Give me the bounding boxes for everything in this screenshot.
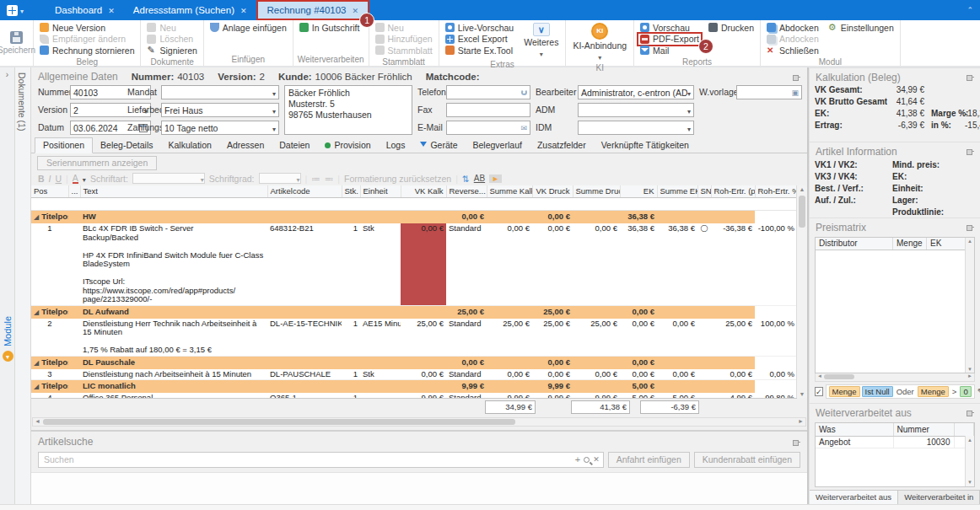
schriftgrad-select[interactable]	[259, 173, 301, 184]
idm-field[interactable]	[578, 121, 694, 135]
pin-icon[interactable]	[967, 223, 974, 231]
ribbon-button-abdocken[interactable]: Abdocken	[765, 22, 821, 34]
column-menge[interactable]: Menge	[893, 238, 927, 250]
zahlungsk-field[interactable]: 10 Tage netto	[161, 121, 279, 135]
filter-chip[interactable]: >	[950, 386, 959, 397]
title-row[interactable]: ◢Titelpos.:LIC monatlich9,99 €9,99 €5,00…	[31, 380, 797, 394]
scroll-right-icon[interactable]	[798, 418, 804, 424]
table-vertical-scrollbar[interactable]	[796, 185, 807, 398]
scroll-up-icon[interactable]	[966, 239, 974, 244]
collapse-ribbon-icon[interactable]	[967, 6, 973, 14]
column-pos[interactable]: Pos	[31, 185, 68, 197]
close-icon[interactable]	[353, 5, 359, 15]
ribbon-button-vorschau[interactable]: Vorschau	[638, 22, 701, 34]
close-icon[interactable]	[108, 5, 115, 15]
search-input[interactable]	[42, 454, 572, 465]
preismatrix-vertical-scrollbar[interactable]	[965, 238, 974, 373]
filter-expression[interactable]: MengeIst NullOderMenge>0	[826, 384, 975, 399]
chevron-down-icon[interactable]	[272, 88, 276, 98]
ribbon-button-pdf-export[interactable]: PDF-Export2	[638, 34, 701, 46]
schriftart-select[interactable]	[132, 173, 205, 184]
preismatrix-horizontal-scrollbar[interactable]	[815, 373, 975, 382]
close-icon[interactable]	[240, 5, 247, 15]
column-sn[interactable]: SN	[697, 185, 711, 197]
column-nummer[interactable]: Nummer	[893, 423, 954, 436]
bold-button[interactable]: B	[38, 174, 45, 184]
column-summe-ek[interactable]: Summe EK	[657, 185, 697, 197]
table-horizontal-scrollbar[interactable]	[32, 417, 806, 427]
column-einheit[interactable]: Einheit	[360, 185, 401, 197]
expander-icon[interactable]: ◢	[34, 309, 39, 316]
pin-icon[interactable]	[967, 73, 974, 81]
scroll-up-icon[interactable]	[797, 186, 807, 192]
ribbon-button-drucken[interactable]: Drucken	[707, 22, 756, 34]
plus-icon[interactable]	[575, 454, 580, 464]
mandat-field[interactable]	[161, 85, 279, 99]
italic-button[interactable]: I	[49, 174, 51, 184]
scroll-thumb[interactable]	[824, 374, 854, 379]
expander-icon[interactable]: ◢	[34, 213, 39, 221]
telefon-field[interactable]	[446, 85, 530, 99]
filter-chip[interactable]: 0	[960, 386, 971, 397]
scroll-right-icon[interactable]	[967, 373, 972, 378]
bearbeiter-field[interactable]: Administrator, c-entron (ADMIN)	[578, 85, 694, 99]
title-row[interactable]: ◢Titelpos.:DL Aufwand25,00 €25,00 €0,00 …	[31, 305, 797, 319]
wvorlage-field[interactable]	[736, 85, 802, 99]
scroll-thumb[interactable]	[799, 196, 805, 228]
pin-icon[interactable]	[967, 148, 974, 155]
filter-chip[interactable]: Menge	[829, 386, 860, 397]
scroll-down-icon[interactable]	[966, 480, 974, 485]
tab-belegverlauf[interactable]: Belegverlauf	[466, 138, 530, 153]
weiterverarbeitet-scrollbar[interactable]	[965, 436, 974, 486]
table-row[interactable]: 3Dienstleistung nach Arbeitseinheit à 15…	[31, 369, 797, 380]
title-row[interactable]: ◢Titelpos.:DL Pauschale0,00 €0,00 €0,00 …	[31, 356, 797, 369]
tab-adressstamm-suchen[interactable]: Adressstamm (Suchen)	[124, 0, 256, 20]
column-vk-kalk[interactable]: VK Kalk	[401, 185, 446, 197]
scroll-up-icon[interactable]	[966, 438, 974, 443]
column-text[interactable]: Text	[80, 185, 267, 197]
module-panel-tab[interactable]: Module	[0, 316, 15, 362]
scroll-down-icon[interactable]	[966, 367, 974, 372]
tab-rechnung-40103[interactable]: Rechnung #401031	[256, 0, 370, 20]
chevron-right-icon[interactable]	[0, 67, 14, 79]
spellcheck-button[interactable]: AB	[474, 174, 485, 183]
column-summe-kalk[interactable]: Summe Kalk	[487, 185, 532, 197]
save-button[interactable]: Speichern	[0, 20, 34, 66]
column-roh-ertr[interactable]: Roh-Ertr. %	[755, 185, 797, 197]
tab-kalkulation[interactable]: Kalkulation	[161, 138, 219, 153]
pin-icon[interactable]	[967, 409, 974, 416]
ribbon-button-in-gutschrift[interactable]: In Gutschrift	[298, 22, 362, 34]
app-menu-button[interactable]	[0, 0, 30, 20]
ribbon-button-mail[interactable]: Mail	[638, 45, 701, 56]
numbered-list-icon[interactable]	[325, 174, 334, 184]
tab-adressen[interactable]: Adressen	[219, 138, 272, 153]
ribbon-button-neue-version[interactable]: Neue Version	[38, 22, 136, 34]
ribbon-button-signieren[interactable]: Signieren	[145, 45, 198, 56]
ribbon-button-weiteres[interactable]: Weiteres	[521, 22, 561, 59]
pin-icon[interactable]	[793, 438, 800, 446]
tab-dateien[interactable]: Dateien	[272, 138, 317, 153]
jump-arrow-icon[interactable]	[489, 174, 502, 183]
ribbon-button-starte-ex-tool[interactable]: Starte Ex.Tool	[444, 45, 516, 56]
pin-icon[interactable]	[793, 73, 800, 81]
search-field[interactable]	[38, 452, 604, 468]
ribbon-button-einstellungen[interactable]: Einstellungen	[827, 22, 896, 34]
scroll-left-icon[interactable]	[35, 418, 40, 424]
lieferbed-field[interactable]: Frei Haus	[161, 103, 279, 117]
ribbon-button-rechnung-stornieren[interactable]: Rechnung stornieren	[38, 45, 136, 56]
tab-ger-te[interactable]: Geräte	[412, 138, 465, 153]
column-roh-ertr-p[interactable]: Roh-Ertr. (p...	[711, 185, 755, 197]
column-distributor[interactable]: Distributor	[816, 238, 893, 250]
tab-zusatzfelder[interactable]: Zusatzfelder	[530, 138, 594, 153]
ribbon-button-anlage-einf-gen[interactable]: Anlage einfügen	[208, 22, 288, 34]
tab-logs[interactable]: Logs	[379, 138, 413, 153]
filter-chip[interactable]: Oder	[895, 386, 916, 397]
tab-provision[interactable]: Provision	[317, 138, 378, 153]
column-[interactable]: ...	[68, 185, 80, 197]
ribbon-button-ki-anbindung[interactable]: KI-Anbindung	[570, 22, 629, 62]
underline-button[interactable]: U	[56, 174, 62, 184]
tab-verkn-pfte-t-tigkeiten[interactable]: Verknüpfte Tätigkeiten	[594, 138, 697, 153]
table-row[interactable]: 2Dienstleistung Herr Technik nach Arbeit…	[31, 319, 797, 357]
column-was[interactable]: Was	[816, 423, 893, 436]
search-icon[interactable]	[584, 457, 590, 463]
